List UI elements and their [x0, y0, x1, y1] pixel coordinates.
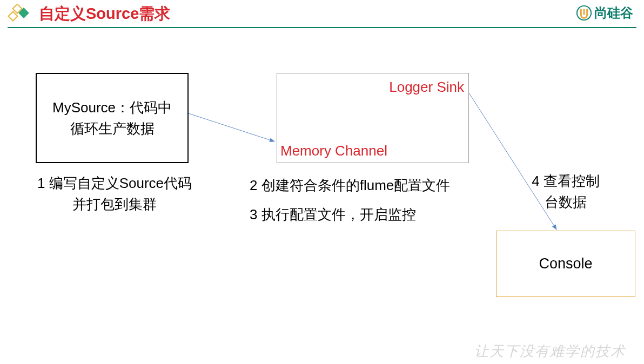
memory-channel-label: Memory Channel: [280, 143, 387, 159]
channel-box: Logger Sink Memory Channel: [277, 73, 469, 163]
page-title: 自定义Source需求: [39, 3, 170, 25]
console-box: Console: [496, 231, 635, 297]
svg-rect-2: [9, 12, 18, 21]
console-label: Console: [539, 255, 592, 272]
slide: 自定义Source需求 尚硅谷 MySource：代码中 循环生产数据 Logg…: [0, 0, 644, 364]
step4-line1: 4 查看控制: [497, 171, 634, 192]
svg-line-6: [189, 113, 274, 141]
diamond-icon: [8, 4, 29, 23]
logger-sink-label: Logger Sink: [389, 79, 464, 96]
footer-tagline: 让天下没有难学的技术: [474, 342, 626, 361]
brand: 尚硅谷: [576, 4, 633, 22]
step4-line2: 台数据: [497, 192, 634, 213]
brand-text: 尚硅谷: [594, 4, 633, 22]
step-3: 3 执行配置文件，开启监控: [250, 204, 416, 225]
source-line1: MySource：代码中: [52, 97, 172, 118]
brand-logo-icon: [576, 5, 592, 21]
step-1: 1 编写自定义Source代码 并打包到集群: [28, 173, 201, 215]
step1-line1: 1 编写自定义Source代码: [28, 173, 201, 194]
source-line2: 循环生产数据: [70, 118, 155, 139]
step1-line2: 并打包到集群: [28, 194, 201, 215]
header-underline: [8, 27, 636, 28]
step-2: 2 创建符合条件的flume配置文件: [250, 175, 450, 196]
source-box: MySource：代码中 循环生产数据: [36, 73, 189, 163]
step-4: 4 查看控制 台数据: [497, 171, 634, 213]
header: 自定义Source需求 尚硅谷: [0, 0, 644, 27]
